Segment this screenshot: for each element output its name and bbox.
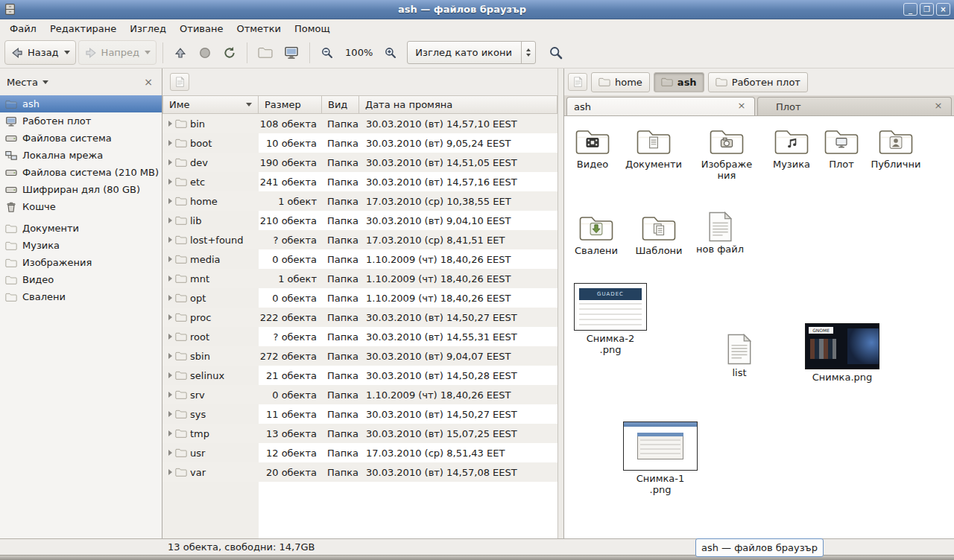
table-row-opt[interactable]: opt0 обектаПапка1.10.2009 (чт) 18,40,26 … bbox=[162, 288, 557, 308]
icon-item-desktop-folder[interactable]: Плот bbox=[812, 127, 871, 170]
sidebar-title[interactable]: Места bbox=[7, 77, 38, 88]
menu-file[interactable]: Файл bbox=[3, 21, 43, 36]
expander-icon[interactable] bbox=[168, 237, 172, 243]
titlebar[interactable]: ash — файлов браузър _ ❐ × bbox=[0, 0, 954, 19]
search-button[interactable] bbox=[544, 40, 568, 65]
expander-icon[interactable] bbox=[168, 430, 172, 436]
breadcrumb-home[interactable]: home bbox=[591, 72, 650, 92]
back-dropdown-icon[interactable] bbox=[64, 51, 70, 54]
pane-splitter[interactable] bbox=[557, 69, 564, 538]
tab-close-icon[interactable]: × bbox=[932, 101, 944, 112]
icon-item-snimka2[interactable]: GUADEC Снимка-2.png bbox=[572, 283, 648, 355]
table-row-usr[interactable]: usr12 обектаПапка17.03.2010 (ср) 8,51,43… bbox=[162, 443, 557, 462]
expander-icon[interactable] bbox=[168, 179, 172, 185]
expander-icon[interactable] bbox=[168, 450, 172, 456]
icon-view[interactable]: Видео Документи Изображения Музика bbox=[564, 116, 954, 538]
view-mode-select[interactable]: Изглед като икони bbox=[407, 41, 536, 64]
minimize-button[interactable]: _ bbox=[903, 3, 917, 16]
sidebar-item-filesystem-210[interactable]: Файлова система (210 MB) bbox=[0, 164, 162, 181]
table-row-selinux[interactable]: selinux21 обектаПапка30.03.2010 (вт) 14,… bbox=[162, 366, 557, 385]
tab-plot[interactable]: Плот × bbox=[757, 97, 952, 115]
table-row-home[interactable]: home1 обектПапка17.03.2010 (ср) 10,38,55… bbox=[162, 191, 557, 211]
table-row-etc[interactable]: etc241 обектаПапка30.03.2010 (вт) 14,57,… bbox=[162, 172, 557, 191]
expander-icon[interactable] bbox=[168, 411, 172, 417]
breadcrumb-ash[interactable]: ash bbox=[654, 72, 704, 92]
table-row-sys[interactable]: sys11 обектаПапка30.03.2010 (вт) 14,50,2… bbox=[162, 404, 557, 424]
stop-button[interactable] bbox=[194, 40, 216, 65]
view-mode-spinner[interactable] bbox=[521, 42, 535, 63]
sidebar-item-video[interactable]: Видео bbox=[0, 271, 162, 288]
icon-item-templates[interactable]: Шаблони bbox=[629, 213, 689, 256]
expander-icon[interactable] bbox=[168, 334, 172, 340]
icon-item-pictures[interactable]: Изображения bbox=[697, 127, 756, 181]
column-header-date[interactable]: Дата на промяна bbox=[359, 95, 557, 114]
sidebar-item-documents[interactable]: Документи bbox=[0, 220, 162, 237]
table-row-proc[interactable]: proc222 обектаПапка30.03.2010 (вт) 14,50… bbox=[162, 308, 557, 327]
expander-icon[interactable] bbox=[168, 353, 172, 359]
column-header-size[interactable]: Размер bbox=[259, 95, 322, 114]
table-row-sbin[interactable]: sbin272 обектаПапка30.03.2010 (вт) 9,04,… bbox=[162, 346, 557, 366]
table-row-lib[interactable]: lib210 обектаПапка30.03.2010 (вт) 9,04,1… bbox=[162, 211, 557, 230]
tab-close-icon[interactable]: × bbox=[736, 101, 748, 112]
table-row-mnt[interactable]: mnt1 обектПапка1.10.2009 (чт) 18,40,26 E… bbox=[162, 269, 557, 288]
home-button[interactable] bbox=[253, 40, 277, 65]
zoom-in-button[interactable] bbox=[379, 40, 402, 65]
menu-bookmarks[interactable]: Отметки bbox=[230, 21, 287, 36]
sidebar-item-pictures[interactable]: Изображения bbox=[0, 254, 162, 271]
sidebar-item-desktop[interactable]: Работен плот bbox=[0, 112, 162, 130]
menu-go[interactable]: Отиване bbox=[173, 21, 230, 36]
location-icon-button[interactable] bbox=[170, 73, 189, 91]
computer-button[interactable] bbox=[279, 40, 303, 65]
tab-ash[interactable]: ash × bbox=[566, 97, 755, 115]
up-button[interactable] bbox=[169, 40, 192, 65]
menu-view[interactable]: Изглед bbox=[123, 21, 173, 36]
icon-item-new-file[interactable]: нов файл bbox=[690, 211, 750, 255]
close-button[interactable]: × bbox=[936, 3, 950, 16]
expander-icon[interactable] bbox=[168, 314, 172, 320]
maximize-button[interactable]: ❐ bbox=[920, 3, 934, 16]
forward-button[interactable]: Напред bbox=[78, 40, 157, 65]
table-row-dev[interactable]: dev190 обектаПапка30.03.2010 (вт) 14,51,… bbox=[162, 153, 557, 172]
sidebar-item-ash[interactable]: ash bbox=[0, 95, 162, 112]
expander-icon[interactable] bbox=[168, 372, 172, 378]
back-button[interactable]: Назад bbox=[4, 40, 76, 65]
icon-item-list[interactable]: list bbox=[723, 334, 756, 378]
sidebar-dropdown-icon[interactable] bbox=[42, 80, 48, 84]
taskbar-window-button[interactable]: ash — файлов браузър bbox=[695, 538, 824, 557]
icon-item-video[interactable]: Видео bbox=[564, 127, 622, 170]
table-row-bin[interactable]: bin108 обектаПапка30.03.2010 (вт) 14,57,… bbox=[162, 114, 557, 133]
sidebar-item-filesystem[interactable]: Файлова система bbox=[0, 130, 162, 147]
location-icon-button[interactable] bbox=[568, 73, 587, 91]
icon-item-snimka1[interactable]: Снимка-1.png bbox=[622, 421, 699, 495]
column-header-type[interactable]: Вид bbox=[322, 95, 359, 114]
expander-icon[interactable] bbox=[168, 159, 172, 165]
expander-icon[interactable] bbox=[168, 276, 172, 281]
sidebar-item-trash[interactable]: Кошче bbox=[0, 198, 162, 215]
expander-icon[interactable] bbox=[168, 140, 172, 146]
table-row-lost-found[interactable]: lost+found? обектаПапка17.03.2010 (ср) 8… bbox=[162, 230, 557, 249]
table-row-root[interactable]: root? обектаПапка30.03.2010 (вт) 14,55,3… bbox=[162, 327, 557, 346]
table-row-boot[interactable]: boot10 обектаПапка30.03.2010 (вт) 9,05,2… bbox=[162, 133, 557, 153]
sidebar-close-icon[interactable]: × bbox=[142, 76, 155, 88]
table-row-media[interactable]: media0 обектаПапка1.10.2009 (чт) 18,40,2… bbox=[162, 249, 557, 269]
breadcrumb-desktop[interactable]: Работен плот bbox=[708, 72, 808, 92]
expander-icon[interactable] bbox=[168, 295, 172, 301]
column-header-name[interactable]: Име bbox=[162, 95, 259, 114]
zoom-out-button[interactable] bbox=[316, 40, 338, 65]
icon-item-downloads[interactable]: Свалени bbox=[566, 213, 626, 256]
table-row-srv[interactable]: srv0 обектаПапка1.10.2009 (чт) 18,40,26 … bbox=[162, 385, 557, 404]
sidebar-item-network[interactable]: Локална мрежа bbox=[0, 147, 162, 164]
expander-icon[interactable] bbox=[168, 121, 172, 127]
expander-icon[interactable] bbox=[168, 392, 172, 398]
expander-icon[interactable] bbox=[168, 256, 172, 262]
sidebar-item-encrypted[interactable]: Шифриран дял (80 GB) bbox=[0, 181, 162, 198]
expander-icon[interactable] bbox=[168, 198, 172, 204]
menu-edit[interactable]: Редактиране bbox=[43, 21, 123, 36]
icon-item-snimka[interactable]: GNOME Store Снимка.png bbox=[803, 323, 881, 383]
sidebar-item-music[interactable]: Музика bbox=[0, 237, 162, 254]
icon-item-documents[interactable]: Документи bbox=[624, 127, 683, 170]
table-row-tmp[interactable]: tmp13 обектаПапка30.03.2010 (вт) 15,07,2… bbox=[162, 424, 557, 443]
icon-item-public[interactable]: Публични bbox=[866, 127, 926, 170]
expander-icon[interactable] bbox=[168, 217, 172, 223]
table-row-var[interactable]: var20 обектаПапка30.03.2010 (вт) 14,57,0… bbox=[162, 462, 557, 482]
